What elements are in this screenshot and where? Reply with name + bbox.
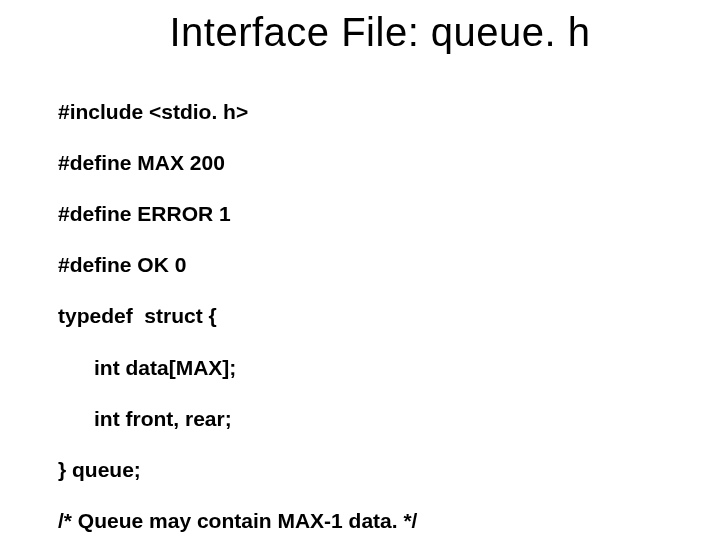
code-line: } queue; [58, 457, 720, 483]
code-line: int front, rear; [58, 406, 720, 432]
code-line: int data[MAX]; [58, 355, 720, 381]
code-line: /* Queue may contain MAX-1 data. */ [58, 508, 720, 534]
code-line: #define ERROR 1 [58, 201, 720, 227]
code-line: #include <stdio. h> [58, 99, 720, 125]
code-block: #include <stdio. h> #define MAX 200 #def… [0, 55, 720, 540]
slide-title: Interface File: queue. h [0, 0, 720, 55]
slide: Interface File: queue. h #include <stdio… [0, 0, 720, 540]
code-line: #define MAX 200 [58, 150, 720, 176]
code-line: typedef struct { [58, 303, 720, 329]
code-line: #define OK 0 [58, 252, 720, 278]
